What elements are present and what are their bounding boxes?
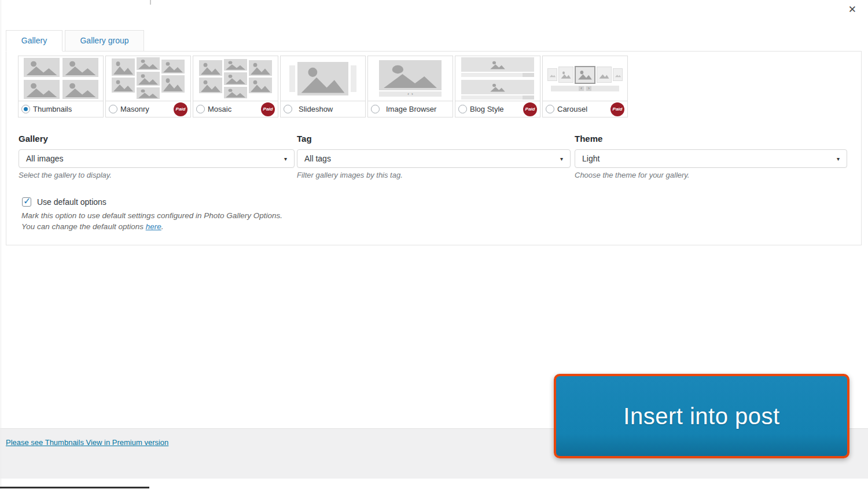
view-option-blog-style[interactable]: Blog Style Paid xyxy=(455,56,540,117)
tag-field-help: Filter gallery images by this tag. xyxy=(297,171,403,179)
gallery-field: Gallery All images ▾ Select the gallery … xyxy=(19,134,295,144)
radio-carousel[interactable] xyxy=(546,105,554,113)
gallery-settings-panel: Thumbnails xyxy=(6,51,862,245)
chevron-down-icon: ▾ xyxy=(837,156,840,162)
theme-field-help: Choose the theme for your gallery. xyxy=(575,171,689,179)
paid-badge: Paid xyxy=(174,102,187,116)
view-label: Image Browser xyxy=(386,105,436,113)
carousel-preview-icon: ‹› xyxy=(543,56,627,101)
tab-bar: Gallery Gallery group xyxy=(6,30,144,52)
view-option-thumbnails[interactable]: Thumbnails xyxy=(18,56,104,117)
view-label: Carousel xyxy=(557,105,587,113)
slideshow-preview-icon xyxy=(281,56,365,101)
view-label: Blog Style xyxy=(470,105,504,113)
radio-image-browser[interactable] xyxy=(371,105,380,113)
view-label: Thumbnails xyxy=(33,105,72,113)
tag-select-value: All tags xyxy=(304,154,331,163)
window-edge-artifact xyxy=(1,0,1,489)
gallery-field-help: Select the gallery to display. xyxy=(19,171,112,179)
radio-thumbnails[interactable] xyxy=(21,105,30,113)
image-browser-preview-icon: ‹› xyxy=(368,56,453,101)
masonry-preview-icon xyxy=(106,56,190,101)
mosaic-preview-icon xyxy=(193,56,278,101)
insert-into-post-label: Insert into post xyxy=(623,403,779,429)
view-label: Masonry xyxy=(120,105,149,113)
gallery-select[interactable]: All images ▾ xyxy=(19,149,295,168)
chevron-down-icon: ▾ xyxy=(284,156,287,162)
thumbnails-preview-icon xyxy=(19,56,103,101)
theme-select-value: Light xyxy=(582,154,599,163)
use-default-options-checkbox[interactable]: ✓ xyxy=(22,197,31,207)
tag-select[interactable]: All tags ▾ xyxy=(297,149,571,168)
radio-mosaic[interactable] xyxy=(196,105,205,113)
window-edge-artifact xyxy=(150,0,151,5)
view-option-masonry[interactable]: Masonry Paid xyxy=(105,56,191,117)
radio-masonry[interactable] xyxy=(109,105,117,113)
note-prefix: You can change the default options xyxy=(21,222,146,231)
change-defaults-link[interactable]: here xyxy=(146,222,161,231)
view-label: Mosaic xyxy=(208,105,231,113)
paid-badge: Paid xyxy=(610,102,624,116)
close-icon[interactable]: ✕ xyxy=(848,5,856,14)
view-option-slideshow[interactable]: Slideshow xyxy=(280,56,366,117)
gallery-insert-dialog: ✕ Gallery Gallery group Thumbnails xyxy=(0,0,868,489)
view-label: Slideshow xyxy=(299,105,333,113)
premium-version-link[interactable]: Please see Thumbnails View in Premium ve… xyxy=(6,438,168,447)
theme-select[interactable]: Light ▾ xyxy=(575,149,847,168)
view-option-image-browser[interactable]: ‹› Image Browser xyxy=(367,56,453,117)
default-options-note: Mark this option to use default settings… xyxy=(21,211,282,220)
view-option-carousel[interactable]: ‹› Carousel Paid xyxy=(542,56,628,117)
tab-gallery-group[interactable]: Gallery group xyxy=(65,30,144,52)
theme-field-label: Theme xyxy=(575,134,847,144)
window-edge-artifact xyxy=(0,487,149,488)
use-default-options-label: Use default options xyxy=(37,197,106,207)
tab-gallery[interactable]: Gallery xyxy=(6,30,62,52)
gallery-select-value: All images xyxy=(26,154,64,163)
view-type-list: Thumbnails xyxy=(18,56,628,117)
theme-field: Theme Light ▾ Choose the theme for your … xyxy=(575,134,847,144)
blog-style-preview-icon xyxy=(455,56,540,101)
radio-slideshow[interactable] xyxy=(284,105,292,113)
gallery-field-label: Gallery xyxy=(19,134,295,144)
view-option-mosaic[interactable]: Mosaic Paid xyxy=(193,56,278,117)
tag-field-label: Tag xyxy=(297,134,571,144)
default-options-note-2: You can change the default options here. xyxy=(21,222,163,231)
chevron-down-icon: ▾ xyxy=(560,156,563,162)
paid-badge: Paid xyxy=(523,102,537,116)
note-suffix: . xyxy=(161,222,164,231)
paid-badge: Paid xyxy=(261,102,275,116)
radio-blog-style[interactable] xyxy=(458,105,467,113)
check-icon: ✓ xyxy=(23,196,31,207)
tag-field: Tag All tags ▾ Filter gallery images by … xyxy=(297,134,571,144)
insert-into-post-button[interactable]: Insert into post xyxy=(554,374,849,458)
